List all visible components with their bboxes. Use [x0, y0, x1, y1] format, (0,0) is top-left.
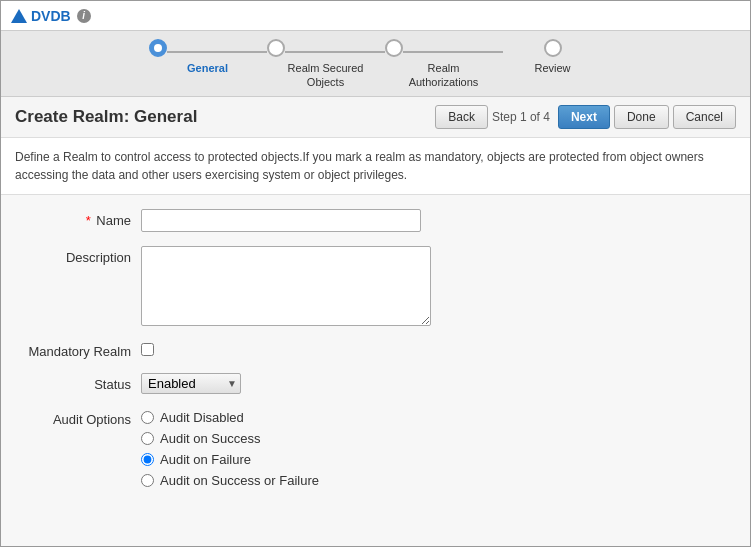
page-header: Create Realm: General Back Step 1 of 4 N… [1, 97, 750, 138]
name-row: * Name [21, 209, 730, 232]
audit-on-success-or-failure-radio[interactable] [141, 474, 154, 487]
cancel-button[interactable]: Cancel [673, 105, 736, 129]
description-label: Description [21, 246, 141, 265]
audit-on-success-or-failure-option[interactable]: Audit on Success or Failure [141, 473, 319, 488]
audit-on-success-radio[interactable] [141, 432, 154, 445]
step-authorizations[interactable]: Realm Authorizations [385, 39, 503, 90]
audit-disabled-label: Audit Disabled [160, 410, 244, 425]
step-label-secured-objects: Realm Secured Objects [276, 61, 376, 90]
name-input[interactable] [141, 209, 421, 232]
audit-on-success-label: Audit on Success [160, 431, 260, 446]
step-general[interactable]: General [149, 39, 267, 75]
audit-on-success-option[interactable]: Audit on Success [141, 431, 319, 446]
description-textarea[interactable] [141, 246, 431, 326]
description-text: Define a Realm to control access to prot… [1, 138, 750, 195]
page-title: Create Realm: General [15, 107, 197, 127]
logo-arrow-icon [11, 9, 27, 23]
app-logo: DVDB [11, 8, 71, 24]
wizard-steps: General Realm Secured Objects Realm Auth… [1, 31, 750, 97]
status-row: Status Enabled Disabled ▼ [21, 373, 730, 394]
logo-text: DVDB [31, 8, 71, 24]
audit-on-failure-radio[interactable] [141, 453, 154, 466]
content-area: Define a Realm to control access to prot… [1, 138, 750, 546]
audit-on-success-or-failure-label: Audit on Success or Failure [160, 473, 319, 488]
step-label-general: General [158, 61, 258, 75]
step-label-authorizations: Realm Authorizations [394, 61, 494, 90]
app-header: DVDB i [1, 1, 750, 31]
mandatory-realm-checkbox[interactable] [141, 343, 154, 356]
step-line-3 [403, 51, 503, 53]
status-select-wrapper: Enabled Disabled ▼ [141, 373, 241, 394]
step-review[interactable]: Review [503, 39, 603, 75]
audit-on-failure-option[interactable]: Audit on Failure [141, 452, 319, 467]
step-line-1 [167, 51, 267, 53]
name-label: * Name [21, 209, 141, 228]
toolbar-buttons: Back Step 1 of 4 Next Done Cancel [435, 105, 736, 129]
info-icon[interactable]: i [77, 9, 91, 23]
status-select[interactable]: Enabled Disabled [141, 373, 241, 394]
status-label: Status [21, 373, 141, 392]
back-button[interactable]: Back [435, 105, 488, 129]
step-indicator: Step 1 of 4 [492, 110, 550, 124]
audit-options-row: Audit Options Audit Disabled Audit on Su… [21, 408, 730, 488]
step-label-review: Review [503, 61, 603, 75]
audit-options-label: Audit Options [21, 408, 141, 427]
app-window: DVDB i General Realm Secured Objects [0, 0, 751, 547]
audit-disabled-radio[interactable] [141, 411, 154, 424]
audit-disabled-option[interactable]: Audit Disabled [141, 410, 319, 425]
mandatory-realm-label: Mandatory Realm [21, 340, 141, 359]
audit-on-failure-label: Audit on Failure [160, 452, 251, 467]
mandatory-realm-row: Mandatory Realm [21, 340, 730, 359]
next-button[interactable]: Next [558, 105, 610, 129]
step-line-2 [285, 51, 385, 53]
step-circle-authorizations [385, 39, 403, 57]
required-star: * [86, 213, 91, 228]
audit-options-group: Audit Disabled Audit on Success Audit on… [141, 408, 319, 488]
done-button[interactable]: Done [614, 105, 669, 129]
form-area: * Name Description Mandatory Realm Statu… [1, 195, 750, 516]
step-circle-secured-objects [267, 39, 285, 57]
step-circle-general [149, 39, 167, 57]
description-row: Description [21, 246, 730, 326]
step-secured-objects[interactable]: Realm Secured Objects [267, 39, 385, 90]
step-circle-review [544, 39, 562, 57]
